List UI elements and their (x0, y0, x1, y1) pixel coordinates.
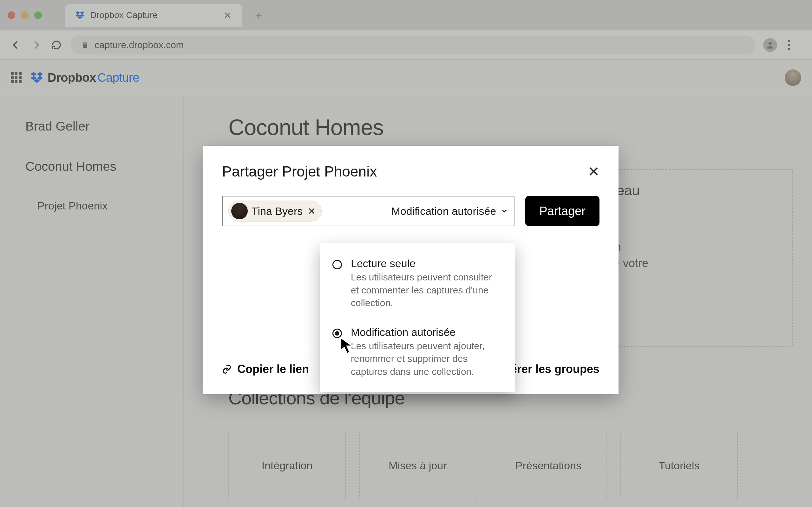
option-desc: Les utilisateurs peuvent consulter et co… (351, 271, 502, 309)
manage-groups-label: Gérer les groupes (502, 362, 600, 376)
modal-header: Partager Projet Phoenix ✕ (203, 146, 618, 184)
share-recipients-input[interactable]: Tina Byers ✕ Modification autorisée (222, 196, 514, 226)
option-title: Modification autorisée (351, 326, 502, 338)
recipient-avatar (231, 203, 248, 219)
permission-selected-label: Modification autorisée (392, 205, 496, 217)
recipient-chip: Tina Byers ✕ (229, 201, 322, 222)
radio-icon (333, 329, 342, 338)
permission-option-view[interactable]: Lecture seule Les utilisateurs peuvent c… (320, 252, 515, 315)
recipient-name: Tina Byers (252, 205, 303, 217)
close-icon[interactable]: ✕ (588, 164, 600, 180)
copy-link-label: Copier le lien (237, 362, 309, 376)
permission-option-edit[interactable]: Modification autorisée Les utilisateurs … (320, 321, 515, 383)
share-button[interactable]: Partager (525, 196, 600, 226)
modal-title: Partager Projet Phoenix (222, 163, 377, 180)
chevron-down-icon (501, 207, 508, 215)
permission-select[interactable]: Modification autorisée (392, 205, 508, 217)
copy-link-button[interactable]: Copier le lien (222, 362, 309, 376)
option-title: Lecture seule (351, 257, 502, 270)
chip-remove-icon[interactable]: ✕ (308, 206, 316, 217)
permission-dropdown: Lecture seule Les utilisateurs peuvent c… (320, 243, 515, 392)
link-icon (222, 364, 232, 374)
radio-icon (333, 260, 342, 269)
modal-body: Tina Byers ✕ Modification autorisée Part… (203, 184, 618, 226)
option-desc: Les utilisateurs peuvent ajouter, renomm… (351, 340, 502, 378)
